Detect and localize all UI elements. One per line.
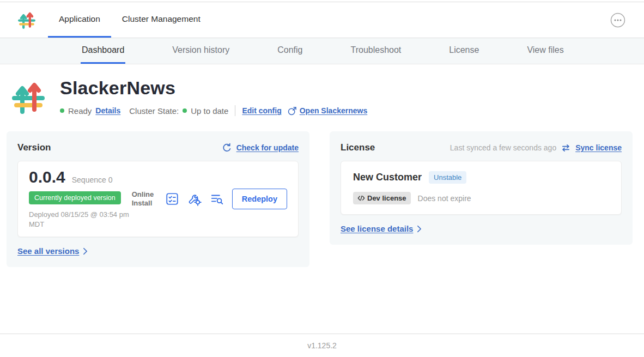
subnav-item-view-files[interactable]: View files [526,38,564,64]
sub-nav: Dashboard Version history Config Trouble… [0,38,644,64]
edit-config-link[interactable]: Edit config [242,106,281,115]
ellipsis-icon [610,13,625,28]
check-for-update-link[interactable]: Check for update [236,143,299,152]
license-card-title: License [341,142,375,153]
app-head-text: SlackerNews Ready Details Cluster State:… [60,77,367,116]
open-app-link[interactable]: Open Slackernews [288,106,368,116]
more-menu-button[interactable] [610,13,625,28]
external-link-icon [288,106,297,116]
app-header: SlackerNews Ready Details Cluster State:… [0,64,644,116]
app-status-row: Ready Details Cluster State: Up to date … [60,105,367,116]
tab-cluster-management-label: Cluster Management [122,14,201,24]
customer-row: New Customer Unstable [353,171,609,184]
subnav-item-dashboard[interactable]: Dashboard [81,38,125,64]
check-for-update[interactable]: Check for update [222,143,299,153]
cluster-state-value: Up to date [191,106,228,116]
tab-cluster-management[interactable]: Cluster Management [111,2,211,38]
see-all-versions[interactable]: See all versions [17,246,88,256]
customer-name: New Customer [353,172,422,183]
code-icon [357,195,365,201]
subnav-item-config[interactable]: Config [276,38,303,64]
license-sync-group: Last synced a few seconds ago Sync licen… [450,143,622,153]
chevron-right-icon [83,247,88,255]
slackernews-logo-icon [17,10,36,30]
wrench-gear-icon [187,192,202,206]
console-footer: v1.125.2 [0,334,644,357]
version-number-row: 0.0.4 Sequence 0 [29,169,132,185]
tab-application[interactable]: Application [48,2,111,38]
top-tabs: Application Cluster Management [48,2,211,38]
version-card-title: Version [17,142,51,153]
sequence-label: Sequence 0 [72,176,113,184]
deployed-timestamp: Deployed 08/15/25 @ 03:54 pm MDT [29,210,132,229]
license-type-badge: Dev license [353,192,411,204]
view-logs-button[interactable] [210,192,224,206]
subnav-item-troubleshoot[interactable]: Troubleshoot [349,38,402,64]
deployed-status-badge: Currently deployed version [29,191,121,204]
tab-application-label: Application [59,14,100,24]
current-version-panel: 0.0.4 Sequence 0 Currently deployed vers… [17,161,299,237]
spacer [284,105,284,116]
top-nav: Application Cluster Management [0,2,644,38]
checklist-icon [165,192,179,206]
dashboard-cards: Version Check for update 0.0.4 Sequence … [0,131,644,267]
cluster-state-dot-icon [183,108,187,113]
open-app-link-label: Open Slackernews [300,106,368,115]
license-type-row: Dev license Does not expire [353,192,609,204]
subnav-item-version-history[interactable]: Version history [171,38,230,64]
channel-badge: Unstable [429,171,466,184]
see-license-details-link: See license details [341,224,413,233]
ready-status-label: Ready [68,106,92,116]
version-number: 0.0.4 [29,169,65,185]
current-version-info: 0.0.4 Sequence 0 Currently deployed vers… [29,169,132,229]
preflight-checks-button[interactable] [165,192,179,206]
version-card: Version Check for update 0.0.4 Sequence … [7,131,309,267]
cluster-state-label: Cluster State: [129,106,179,116]
admin-console-page: Application Cluster Management Dashboard… [0,2,644,267]
last-synced-label: Last synced a few seconds ago [450,143,556,152]
refresh-icon [222,143,232,153]
ready-status-dot-icon [60,108,64,113]
install-type-label: Online Install [132,190,157,208]
version-card-header: Version Check for update [17,142,299,153]
subnav-item-license[interactable]: License [448,38,480,64]
details-link[interactable]: Details [95,106,120,115]
redeploy-button[interactable]: Redeploy [232,189,287,209]
slackernews-app-icon [11,80,46,116]
license-type-badge-label: Dev license [367,194,406,202]
sync-arrows-icon [561,143,571,153]
license-card: License Last synced a few seconds ago Sy… [330,131,633,245]
console-version: v1.125.2 [307,341,337,350]
see-license-details[interactable]: See license details [341,224,422,233]
sync-license-link[interactable]: Sync license [575,143,622,152]
version-actions: Online Install [132,189,287,209]
config-button[interactable] [187,192,202,206]
license-card-header: License Last synced a few seconds ago Sy… [341,142,622,153]
window-top-border [0,2,644,2]
license-expiration: Does not expire [418,194,471,203]
divider [235,105,235,116]
see-all-versions-link: See all versions [17,246,79,256]
license-panel: New Customer Unstable Dev license Does n… [341,161,622,215]
view-logs-icon [210,192,224,206]
page-title: SlackerNews [60,77,367,99]
chevron-right-icon [417,225,422,233]
